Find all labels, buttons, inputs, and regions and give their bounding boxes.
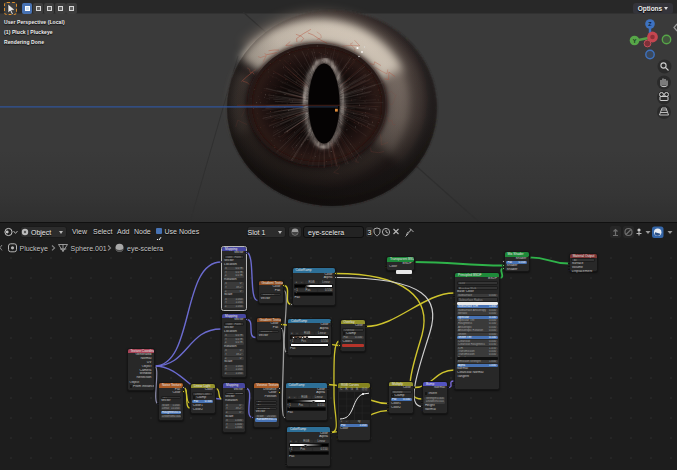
svg-text:Pluckeye: Pluckeye — [20, 245, 49, 253]
svg-text:Sphere.001: Sphere.001 — [71, 245, 107, 253]
svg-text:eye-scelera: eye-scelera — [127, 245, 163, 253]
svg-text:Y: Y — [633, 38, 637, 44]
